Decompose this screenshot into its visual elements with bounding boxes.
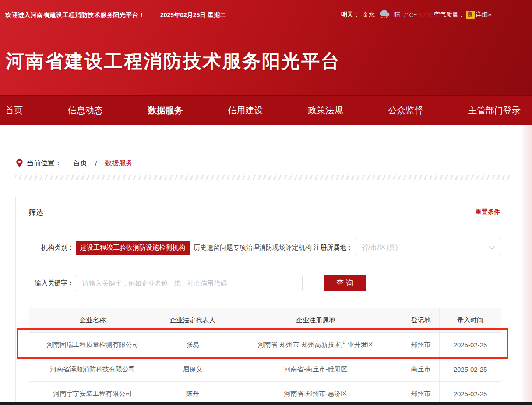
column-header-entry-date: 录入时间: [440, 308, 501, 333]
weather-condition: 晴: [394, 11, 400, 19]
main-nav: 首页 信息动态 数据服务 信用建设 政策法规 公众监督 主管部门登录: [0, 95, 532, 125]
nav-item-policy[interactable]: 政策法规: [308, 105, 343, 116]
cell-legal-rep: 屈保义: [156, 357, 229, 382]
cell-registered-address: 河南省-郑州市-郑州高新技术产业开发区: [229, 333, 402, 357]
cell-registration-place: 商丘市: [402, 357, 440, 382]
cell-company-name: 河南省泽顺消防科技有限公司: [29, 357, 156, 382]
topbar: 欢迎进入河南省建设工程消防技术服务阳光平台！ 2025年02月25日 星期二 明…: [0, 0, 532, 26]
cell-company-name: 河南固瑞工程质量检测有限公司: [29, 333, 156, 357]
welcome-text: 欢迎进入河南省建设工程消防技术服务阳光平台！: [5, 11, 145, 19]
slash-divider: [15, 175, 512, 180]
category-option-other[interactable]: 历史遗留问题专项治理消防现场评定机构: [194, 244, 312, 252]
category-option-selected[interactable]: 建设工程竣工验收消防设施检测机构: [76, 241, 190, 255]
region-filter-group: 注册所属地： 省/市/区(县): [295, 237, 501, 258]
nav-item-supervision[interactable]: 公众监督: [388, 105, 423, 116]
aqi-label: 空气质量：: [434, 11, 465, 19]
weather-low-temp: 7℃: [403, 11, 414, 18]
cell-entry-date: 2025-02-25: [440, 333, 501, 357]
weather-temp-range: 7℃~ 17℃: [403, 11, 433, 18]
column-header-address: 企业注册属地: [229, 308, 402, 333]
weather-tomorrow-label: 明天：: [341, 11, 359, 19]
cell-registered-address: 河南省-商丘市-睢阳区: [229, 357, 402, 382]
region-label: 注册所属地：: [295, 244, 353, 252]
filter-panel-header: 筛选 重置条件: [16, 197, 511, 227]
window-edge: [0, 402, 532, 405]
breadcrumb-current: 数据服务: [105, 159, 133, 168]
keyword-filter-row: 输入关键字： 查 询: [16, 274, 511, 292]
filter-title: 筛选: [28, 207, 43, 217]
breadcrumb-label: 当前位置：: [27, 159, 62, 168]
nav-item-credit[interactable]: 信用建设: [228, 105, 263, 116]
cloud-drizzle-icon: [378, 10, 391, 19]
weather-district: 金水: [363, 11, 375, 19]
column-header-company: 企业名称: [29, 308, 156, 333]
region-select[interactable]: 省/市/区(县): [355, 239, 501, 256]
aqi-badge: 良: [466, 11, 475, 19]
category-filter-row: 机构类别： 建设工程竣工验收消防设施检测机构 历史遗留问题专项治理消防现场评定机…: [16, 237, 511, 258]
column-header-registration-place: 登记地: [402, 308, 440, 333]
table-row: 河南固瑞工程质量检测有限公司 张易 河南省-郑州市-郑州高新技术产业开发区 郑州…: [29, 333, 501, 357]
location-pin-icon: [16, 158, 27, 168]
weather-detail-link[interactable]: 详细»: [476, 11, 491, 19]
breadcrumb: 当前位置： 首页 / 数据服务: [16, 158, 133, 168]
category-label: 机构类别：: [16, 244, 74, 252]
cell-entry-date: 2025-02-25: [440, 357, 501, 382]
nav-item-admin-login[interactable]: 主管部门登录: [468, 105, 521, 116]
scrollbar[interactable]: [522, 125, 532, 405]
cell-legal-rep: 张易: [156, 333, 229, 357]
cell-registration-place: 郑州市: [402, 333, 440, 357]
region-select-placeholder: 省/市/区(县): [361, 243, 398, 252]
site-header: 欢迎进入河南省建设工程消防技术服务阳光平台！ 2025年02月25日 星期二 明…: [0, 0, 532, 95]
nav-item-news[interactable]: 信息动态: [68, 105, 103, 116]
results-table: 企业名称 企业法定代表人 企业注册属地 登记地 录入时间 河南固瑞工程质量检测有…: [29, 308, 501, 405]
search-button[interactable]: 查 询: [324, 275, 366, 291]
keyword-label: 输入关键字：: [16, 279, 74, 287]
page: 欢迎进入河南省建设工程消防技术服务阳光平台！ 2025年02月25日 星期二 明…: [0, 0, 532, 405]
date-text: 2025年02月25日 星期二: [160, 11, 226, 19]
table-header-row: 企业名称 企业法定代表人 企业注册属地 登记地 录入时间: [29, 308, 501, 333]
chevron-down-icon: [489, 246, 495, 250]
weather-tilde: ~: [414, 11, 417, 18]
page-title: 河南省建设工程消防技术服务阳光平台: [6, 49, 341, 73]
keyword-input[interactable]: [76, 275, 303, 291]
weather-high-temp: 17℃: [419, 11, 433, 18]
column-header-legal-rep: 企业法定代表人: [156, 308, 229, 333]
reset-filters-link[interactable]: 重置条件: [476, 208, 500, 216]
weather-widget: 明天： 金水 晴 7℃~ 17℃ 空气质量： 良 详细»: [341, 10, 491, 19]
nav-item-data-service[interactable]: 数据服务: [148, 105, 183, 116]
nav-item-home[interactable]: 首页: [5, 105, 23, 116]
table-row: 河南省泽顺消防科技有限公司 屈保义 河南省-商丘市-睢阳区 商丘市 2025-0…: [29, 357, 501, 382]
breadcrumb-separator: /: [95, 160, 97, 168]
filter-panel: 筛选 重置条件 机构类别： 建设工程竣工验收消防设施检测机构 历史遗留问题专项治…: [15, 197, 511, 405]
breadcrumb-home-link[interactable]: 首页: [73, 159, 87, 168]
